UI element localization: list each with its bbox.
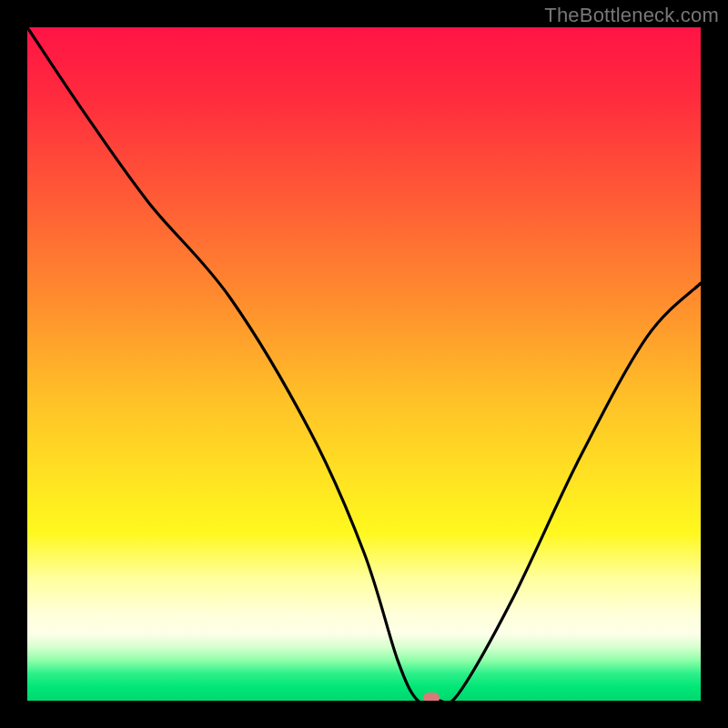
watermark-text: TheBottleneck.com <box>544 4 719 27</box>
chart-frame: TheBottleneck.com <box>0 0 728 728</box>
bottleneck-curve <box>27 27 701 701</box>
optimal-point-marker <box>423 693 440 701</box>
plot-area <box>27 27 701 701</box>
